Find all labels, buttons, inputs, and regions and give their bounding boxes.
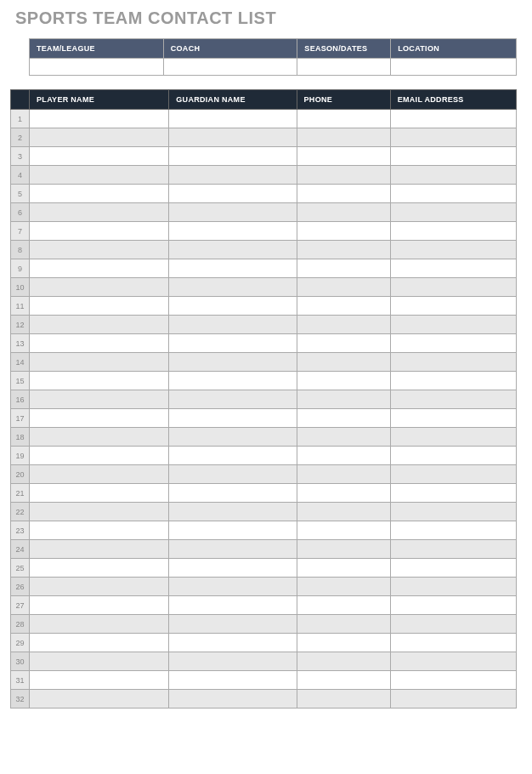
cell-phone[interactable]	[297, 334, 390, 353]
cell-guardian-name[interactable]	[169, 540, 297, 559]
cell-guardian-name[interactable]	[169, 503, 297, 521]
cell-email[interactable]	[390, 390, 516, 409]
cell-email[interactable]	[390, 652, 516, 671]
cell-email[interactable]	[390, 241, 516, 259]
cell-guardian-name[interactable]	[169, 428, 297, 447]
cell-player-name[interactable]	[30, 671, 169, 690]
cell-guardian-name[interactable]	[169, 615, 297, 634]
cell-phone[interactable]	[297, 241, 390, 259]
cell-phone[interactable]	[297, 353, 390, 372]
cell-guardian-name[interactable]	[169, 110, 297, 128]
cell-guardian-name[interactable]	[169, 578, 297, 596]
cell-guardian-name[interactable]	[169, 596, 297, 615]
cell-email[interactable]	[390, 316, 516, 334]
cell-email[interactable]	[390, 372, 516, 390]
cell-player-name[interactable]	[30, 372, 169, 390]
cell-phone[interactable]	[297, 521, 390, 540]
cell-player-name[interactable]	[30, 540, 169, 559]
cell-guardian-name[interactable]	[169, 147, 297, 166]
cell-email[interactable]	[390, 409, 516, 428]
info-cell-coach[interactable]	[163, 59, 297, 76]
cell-phone[interactable]	[297, 110, 390, 128]
cell-phone[interactable]	[297, 503, 390, 521]
cell-email[interactable]	[390, 615, 516, 634]
cell-email[interactable]	[390, 128, 516, 147]
cell-email[interactable]	[390, 110, 516, 128]
cell-guardian-name[interactable]	[169, 259, 297, 278]
cell-player-name[interactable]	[30, 521, 169, 540]
cell-email[interactable]	[390, 259, 516, 278]
cell-phone[interactable]	[297, 634, 390, 652]
cell-guardian-name[interactable]	[169, 484, 297, 503]
cell-player-name[interactable]	[30, 128, 169, 147]
cell-phone[interactable]	[297, 316, 390, 334]
cell-player-name[interactable]	[30, 147, 169, 166]
cell-player-name[interactable]	[30, 578, 169, 596]
cell-guardian-name[interactable]	[169, 222, 297, 241]
cell-player-name[interactable]	[30, 615, 169, 634]
cell-guardian-name[interactable]	[169, 690, 297, 709]
cell-phone[interactable]	[297, 166, 390, 185]
cell-player-name[interactable]	[30, 447, 169, 465]
cell-player-name[interactable]	[30, 185, 169, 203]
cell-guardian-name[interactable]	[169, 241, 297, 259]
info-cell-season[interactable]	[297, 59, 391, 76]
cell-email[interactable]	[390, 578, 516, 596]
cell-guardian-name[interactable]	[169, 353, 297, 372]
cell-player-name[interactable]	[30, 316, 169, 334]
cell-email[interactable]	[390, 297, 516, 316]
info-cell-location[interactable]	[391, 59, 517, 76]
cell-phone[interactable]	[297, 147, 390, 166]
cell-phone[interactable]	[297, 484, 390, 503]
cell-email[interactable]	[390, 690, 516, 709]
cell-email[interactable]	[390, 503, 516, 521]
cell-player-name[interactable]	[30, 652, 169, 671]
cell-player-name[interactable]	[30, 690, 169, 709]
cell-guardian-name[interactable]	[169, 465, 297, 484]
cell-email[interactable]	[390, 278, 516, 297]
cell-guardian-name[interactable]	[169, 652, 297, 671]
cell-player-name[interactable]	[30, 596, 169, 615]
cell-guardian-name[interactable]	[169, 316, 297, 334]
cell-phone[interactable]	[297, 128, 390, 147]
cell-player-name[interactable]	[30, 259, 169, 278]
cell-email[interactable]	[390, 484, 516, 503]
cell-phone[interactable]	[297, 615, 390, 634]
cell-phone[interactable]	[297, 447, 390, 465]
cell-guardian-name[interactable]	[169, 409, 297, 428]
cell-email[interactable]	[390, 634, 516, 652]
cell-player-name[interactable]	[30, 484, 169, 503]
cell-guardian-name[interactable]	[169, 634, 297, 652]
cell-guardian-name[interactable]	[169, 447, 297, 465]
cell-email[interactable]	[390, 203, 516, 222]
cell-player-name[interactable]	[30, 166, 169, 185]
cell-phone[interactable]	[297, 409, 390, 428]
cell-email[interactable]	[390, 559, 516, 578]
cell-phone[interactable]	[297, 578, 390, 596]
cell-player-name[interactable]	[30, 278, 169, 297]
cell-phone[interactable]	[297, 596, 390, 615]
cell-email[interactable]	[390, 166, 516, 185]
cell-phone[interactable]	[297, 671, 390, 690]
cell-player-name[interactable]	[30, 222, 169, 241]
cell-guardian-name[interactable]	[169, 390, 297, 409]
cell-player-name[interactable]	[30, 203, 169, 222]
cell-guardian-name[interactable]	[169, 334, 297, 353]
cell-email[interactable]	[390, 428, 516, 447]
cell-phone[interactable]	[297, 540, 390, 559]
cell-phone[interactable]	[297, 372, 390, 390]
cell-phone[interactable]	[297, 390, 390, 409]
cell-player-name[interactable]	[30, 353, 169, 372]
cell-phone[interactable]	[297, 259, 390, 278]
cell-player-name[interactable]	[30, 297, 169, 316]
cell-player-name[interactable]	[30, 390, 169, 409]
cell-email[interactable]	[390, 447, 516, 465]
cell-guardian-name[interactable]	[169, 297, 297, 316]
cell-player-name[interactable]	[30, 334, 169, 353]
cell-phone[interactable]	[297, 690, 390, 709]
cell-phone[interactable]	[297, 203, 390, 222]
cell-guardian-name[interactable]	[169, 203, 297, 222]
cell-player-name[interactable]	[30, 409, 169, 428]
cell-player-name[interactable]	[30, 428, 169, 447]
cell-phone[interactable]	[297, 652, 390, 671]
